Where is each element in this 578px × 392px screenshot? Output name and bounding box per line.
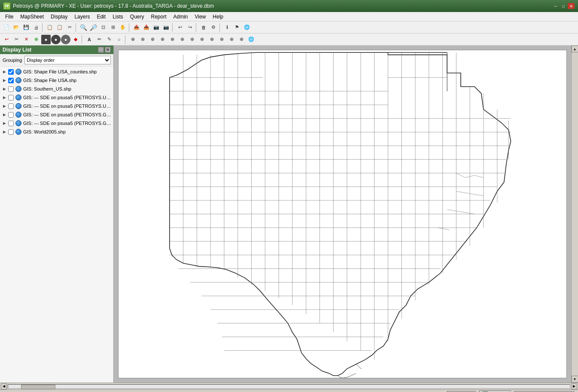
menu-mapsheet[interactable]: MapSheet bbox=[17, 13, 47, 21]
tb-open[interactable]: 📂 bbox=[12, 23, 21, 32]
title-bar: 🗺 Petrosys @ PRIMARY - XE - User: petros… bbox=[0, 0, 578, 12]
menu-lists[interactable]: Lists bbox=[109, 13, 127, 21]
layer-checkbox[interactable] bbox=[8, 112, 14, 118]
panel-min-button[interactable]: _ bbox=[98, 47, 104, 53]
menu-edit[interactable]: Edit bbox=[93, 13, 109, 21]
minimize-button[interactable]: ─ bbox=[552, 3, 559, 9]
layer-icon bbox=[15, 68, 22, 75]
grouping-select[interactable]: Display order Layer type Name bbox=[24, 56, 111, 64]
layer-checkbox[interactable] bbox=[8, 86, 14, 92]
tb-camera2[interactable]: 📷 bbox=[161, 23, 171, 32]
maximize-button[interactable]: □ bbox=[560, 3, 567, 9]
menu-view[interactable]: View bbox=[192, 13, 210, 21]
tb-zoom-box[interactable]: ⊞ bbox=[108, 23, 118, 32]
layer-item[interactable]: ▶ GIS: World2005.shp bbox=[0, 128, 113, 136]
tb2-pen[interactable]: ✏ bbox=[94, 35, 104, 44]
tb2-a3[interactable]: ⊕ bbox=[148, 35, 157, 44]
layer-icon bbox=[15, 94, 22, 101]
layer-checkbox[interactable] bbox=[8, 69, 14, 75]
tb-new[interactable]: 📄 bbox=[2, 23, 11, 32]
tb2-select[interactable]: ↩ bbox=[2, 35, 11, 44]
tb2-pencil[interactable]: ✎ bbox=[104, 35, 114, 44]
menu-file[interactable]: File bbox=[2, 13, 17, 21]
tb-world[interactable]: 🌐 bbox=[242, 23, 252, 32]
tb-export[interactable]: 📤 bbox=[132, 23, 141, 32]
tb2-globe[interactable]: 🌐 bbox=[246, 35, 256, 44]
tb-props[interactable]: ⚙ bbox=[209, 23, 218, 32]
tb2-a8[interactable]: ⊕ bbox=[197, 35, 207, 44]
tb-info[interactable]: ℹ bbox=[222, 23, 232, 32]
tb-cut[interactable]: ✂ bbox=[65, 23, 74, 32]
tb-redo[interactable]: ↪ bbox=[185, 23, 195, 32]
tb2-circle2[interactable]: ● bbox=[51, 35, 61, 44]
bottom-scrollbar: ◀ ▶ bbox=[0, 383, 578, 389]
layer-item[interactable]: ▶ GIS: --- SDE on psusa5 (PETROSYS.GOI..… bbox=[0, 110, 113, 119]
layer-text: GIS: Shape File USA.shp bbox=[23, 78, 76, 83]
tb-camera[interactable]: 📷 bbox=[152, 23, 161, 32]
expand-icon: ▶ bbox=[2, 121, 7, 126]
tb2-a4[interactable]: ⊕ bbox=[158, 35, 167, 44]
layer-checkbox[interactable] bbox=[8, 121, 14, 126]
panel-close-button[interactable]: ✕ bbox=[105, 47, 111, 53]
tb-save[interactable]: 💾 bbox=[21, 23, 31, 32]
scroll-track[interactable] bbox=[8, 384, 570, 389]
scroll-thumb[interactable] bbox=[21, 385, 55, 389]
menu-admin[interactable]: Admin bbox=[170, 13, 192, 21]
map-area[interactable] bbox=[114, 46, 571, 383]
panel-title: Display List bbox=[3, 47, 31, 53]
tb-flag[interactable]: ⚑ bbox=[232, 23, 242, 32]
scroll-down-arrow[interactable]: ▼ bbox=[572, 376, 578, 383]
tb-print[interactable]: 🖨 bbox=[31, 23, 41, 32]
menu-display[interactable]: Display bbox=[47, 13, 71, 21]
close-button[interactable]: ✕ bbox=[568, 3, 575, 9]
tb2-circ[interactable]: ○ bbox=[114, 35, 124, 44]
expand-icon: ▶ bbox=[2, 103, 7, 109]
scroll-right-arrow[interactable]: ▶ bbox=[571, 383, 577, 389]
tb2-a5[interactable]: ⊕ bbox=[167, 35, 177, 44]
menu-help[interactable]: Help bbox=[209, 13, 227, 21]
tb-zoom-fit[interactable]: ⊡ bbox=[98, 23, 108, 32]
tb2-dot[interactable]: ● bbox=[61, 35, 70, 44]
tb2-a1[interactable]: ⊕ bbox=[128, 35, 137, 44]
layer-checkbox[interactable] bbox=[8, 103, 14, 109]
panel-header: Display List _ ✕ bbox=[0, 46, 113, 54]
tb2-a12[interactable]: ⊕ bbox=[237, 35, 246, 44]
tb-pan[interactable]: ✋ bbox=[118, 23, 128, 32]
layer-item[interactable]: ▶ GIS: --- SDE on psusa5 (PETROSYS.USA..… bbox=[0, 93, 113, 102]
layer-checkbox[interactable] bbox=[8, 95, 14, 100]
tb2-a9[interactable]: ⊕ bbox=[207, 35, 216, 44]
status-dynamic: Dynamic bbox=[479, 391, 511, 392]
tb2-cross[interactable]: ✕ bbox=[21, 35, 31, 44]
tb-zoom-in[interactable]: 🔍 bbox=[79, 23, 88, 32]
layer-item[interactable]: ▶ GIS: Southern_US.shp bbox=[0, 85, 113, 93]
layer-item[interactable]: ▶ GIS: --- SDE on psusa5 (PETROSYS.USA..… bbox=[0, 102, 113, 110]
tb-paste[interactable]: 📋 bbox=[55, 23, 64, 32]
tb2-a7[interactable]: ⊕ bbox=[187, 35, 197, 44]
scroll-up-arrow[interactable]: ▲ bbox=[572, 46, 578, 52]
tb2-a2[interactable]: ⊕ bbox=[138, 35, 147, 44]
tb2-move[interactable]: ✂ bbox=[12, 35, 21, 44]
grouping-row: Grouping Display order Layer type Name bbox=[0, 54, 113, 67]
tb2-circle[interactable]: ● bbox=[41, 35, 51, 44]
menu-report[interactable]: Report bbox=[148, 13, 170, 21]
layer-checkbox[interactable] bbox=[8, 129, 14, 135]
layer-item[interactable]: ▶ GIS: --- SDE on psusa5 (PETROSYS.GOI..… bbox=[0, 119, 113, 128]
layer-item[interactable]: ▶ GIS: Shape File USA_counties.shp bbox=[0, 67, 113, 76]
tb2-a6[interactable]: ⊕ bbox=[177, 35, 187, 44]
tb-import[interactable]: 📥 bbox=[142, 23, 151, 32]
layer-icon bbox=[15, 77, 22, 84]
tb-copy[interactable]: 📋 bbox=[45, 23, 55, 32]
tb2-text[interactable]: A bbox=[85, 35, 94, 44]
tb-zoom-out[interactable]: 🔎 bbox=[88, 23, 98, 32]
tb2-pointer[interactable]: ◆ bbox=[71, 35, 80, 44]
tb-undo[interactable]: ↩ bbox=[175, 23, 185, 32]
tb2-a10[interactable]: ⊕ bbox=[217, 35, 226, 44]
menu-layers[interactable]: Layers bbox=[71, 13, 93, 21]
scroll-left-arrow[interactable]: ◀ bbox=[1, 383, 7, 389]
tb2-plus[interactable]: ⊕ bbox=[31, 35, 41, 44]
tb2-a11[interactable]: ⊕ bbox=[227, 35, 236, 44]
layer-item[interactable]: ▶ GIS: Shape File USA.shp bbox=[0, 76, 113, 85]
tb-del[interactable]: 🗑 bbox=[199, 23, 208, 32]
layer-checkbox[interactable] bbox=[8, 78, 14, 83]
menu-query[interactable]: Query bbox=[127, 13, 148, 21]
